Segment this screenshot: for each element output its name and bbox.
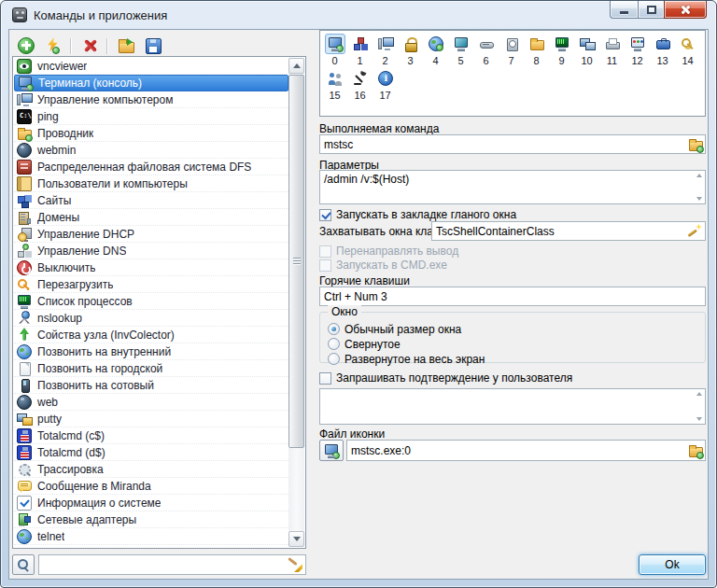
list-item-label: putty	[37, 413, 62, 426]
list-item-3[interactable]: ping	[14, 108, 288, 125]
list-item-9[interactable]: Домены	[14, 209, 288, 226]
icon-cell-13[interactable]: 13	[650, 34, 675, 66]
icon-cell-2[interactable]: 2	[373, 34, 398, 66]
list-item-14[interactable]: Список процессов	[14, 293, 288, 310]
list-item-24[interactable]: Трассировка	[14, 461, 288, 478]
icon-cell-7[interactable]: 7	[499, 34, 524, 66]
list-item-label: telnet	[37, 530, 64, 543]
window-picker-wand-icon[interactable]	[688, 224, 703, 239]
confirm-textarea[interactable]	[319, 388, 706, 425]
list-item-4[interactable]: Проводник	[14, 125, 288, 142]
search-input[interactable]	[38, 554, 306, 575]
radio-normal-label: Обычный размер окна	[344, 323, 461, 336]
save-button[interactable]	[140, 35, 164, 57]
list-item-5[interactable]: webmin	[14, 142, 288, 159]
scroll-down-button[interactable]	[288, 531, 304, 547]
browse-icon-folder-icon[interactable]	[688, 443, 703, 458]
capture-class-input[interactable]	[431, 221, 706, 241]
list-scrollbar[interactable]	[288, 58, 304, 547]
icon-cell-8[interactable]: 8	[524, 34, 549, 66]
ok-button[interactable]: Ok	[639, 554, 706, 575]
add-command-button[interactable]	[13, 35, 37, 57]
titlebar[interactable]: Команды и приложения	[1, 1, 716, 29]
scroll-down-arrow-icon[interactable]	[696, 197, 702, 201]
search-button[interactable]	[12, 554, 35, 575]
list-item-16[interactable]: Сойства узла (InvColector)	[14, 327, 288, 343]
list-item-20[interactable]: web	[14, 394, 288, 411]
list-item-6[interactable]: Распределенная файловая система DFS	[14, 159, 288, 175]
icon-cell-9[interactable]: 9	[549, 34, 574, 66]
checkbox-disabled-icon	[319, 245, 331, 258]
scroll-up-arrow-icon[interactable]	[696, 174, 702, 177]
icon-file-label: Файл иконки	[319, 427, 385, 441]
icon-cell-6[interactable]: 6	[473, 34, 499, 66]
icon-cell-number: 0	[331, 55, 337, 66]
list-item-25[interactable]: Сообщение в Miranda	[14, 478, 288, 495]
browse-command-folder-icon[interactable]	[688, 137, 703, 152]
list-item-2[interactable]: Управление компьютером	[14, 91, 288, 108]
list-item-7[interactable]: Пользователи и компьютеры	[14, 175, 288, 192]
icon-cell-5[interactable]: 5	[448, 34, 473, 66]
open-file-button[interactable]	[113, 35, 137, 57]
scroll-up-button[interactable]	[288, 58, 304, 74]
icon-cell-15[interactable]: 15	[322, 68, 347, 101]
scroll-up-arrow-icon[interactable]	[696, 392, 702, 396]
close-button[interactable]	[664, 1, 707, 19]
command-input[interactable]	[319, 134, 706, 154]
add-run-command-button[interactable]	[40, 35, 64, 57]
list-item-10[interactable]: Управление DHCP	[14, 226, 288, 243]
list-item-27[interactable]: Сетевые адаптеры	[14, 511, 288, 528]
clear-broom-icon[interactable]	[288, 557, 303, 572]
icon-cell-number: 13	[656, 55, 668, 66]
list-item-12[interactable]: Выключить	[14, 259, 288, 276]
delete-command-button[interactable]	[77, 35, 101, 57]
list-item-15[interactable]: nslookup	[14, 310, 288, 327]
list-item-17[interactable]: Позвонить на внутренний	[14, 343, 288, 360]
icon-cell-17[interactable]: 17	[373, 68, 398, 101]
list-item-label: Распределенная файловая система DFS	[37, 161, 251, 174]
case-blue-icon	[655, 36, 670, 51]
icon-cell-12[interactable]: 12	[625, 34, 650, 66]
list-item-26[interactable]: Информация о системе	[14, 495, 288, 511]
list-item-22[interactable]: Totalcmd (c$)	[14, 427, 288, 444]
radio-minimized-window[interactable]: Свернутое	[328, 337, 705, 351]
icon-cell-3[interactable]: 3	[398, 34, 423, 66]
book-yellow-icon	[17, 176, 32, 191]
run-in-tab-checkbox[interactable]: Запускать в закладке гланого окна	[319, 208, 516, 221]
minimize-button[interactable]	[610, 1, 638, 19]
maximize-button[interactable]	[638, 1, 664, 19]
list-item-13[interactable]: Перезагрузить	[14, 276, 288, 293]
list-item-1[interactable]: Терминал (консоль)	[14, 75, 288, 91]
icon-file-input[interactable]	[346, 440, 706, 461]
dhcp-clock-icon	[17, 227, 32, 242]
radio-maximized-window[interactable]: Развернутое на весь экран	[328, 352, 705, 366]
hotkeys-input[interactable]	[319, 287, 706, 306]
confirm-checkbox[interactable]: Запрашивать подтверждение у пользователя	[319, 371, 572, 385]
dns-tree-icon	[17, 244, 32, 259]
icon-cell-0[interactable]: 0	[322, 34, 347, 66]
list-item-8[interactable]: Сайты	[14, 192, 288, 209]
power-red-icon	[17, 260, 32, 275]
icon-cell-4[interactable]: 4	[423, 34, 448, 66]
computer-icon	[378, 36, 393, 51]
list-item-28[interactable]: telnet	[14, 528, 288, 545]
list-item-19[interactable]: Позвонить на сотовый	[14, 377, 288, 394]
icon-preview-button[interactable]	[319, 440, 344, 461]
icon-cell-16[interactable]: 16	[347, 68, 373, 101]
icon-cell-1[interactable]: 1	[347, 34, 373, 66]
list-item-18[interactable]: Позвонить на городской	[14, 360, 288, 377]
icon-cell-10[interactable]: 10	[574, 34, 599, 66]
icon-cell-11[interactable]: 11	[599, 34, 625, 66]
device-clock-icon	[504, 36, 519, 51]
list-item-21[interactable]: putty	[14, 411, 288, 427]
list-item-23[interactable]: Totalcmd (d$)	[14, 444, 288, 461]
scrollbar-thumb[interactable]	[288, 75, 304, 448]
list-item-11[interactable]: Управление DNS	[14, 243, 288, 259]
radio-normal-window[interactable]: Обычный размер окна	[328, 322, 705, 336]
maximize-icon	[647, 6, 656, 14]
scroll-down-arrow-icon[interactable]	[696, 417, 702, 421]
params-textarea[interactable]: /admin /v:$(Host)	[319, 170, 706, 204]
list-item-0[interactable]: vncviewer	[14, 58, 288, 75]
monitor-code-icon	[555, 36, 569, 51]
icon-cell-14[interactable]: 14	[675, 34, 700, 66]
